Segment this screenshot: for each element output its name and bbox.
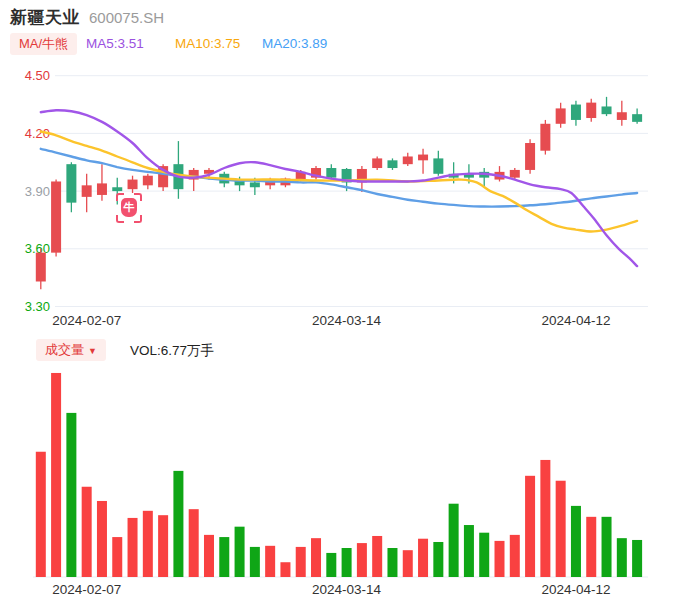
volume-bar <box>617 538 627 577</box>
candle-body <box>433 158 443 173</box>
frame-corner-icon <box>116 215 124 223</box>
header: 新疆天业 600075.SH <box>10 6 164 29</box>
candle-body <box>418 155 428 161</box>
kline-legend: MA/牛熊 MA5:3.51MA10:3.75MA20:3.89 <box>0 33 686 55</box>
x-axis-tick: 2024-04-12 <box>541 582 610 597</box>
bull-icon: 牛 <box>121 198 137 217</box>
volume-mode-label: 成交量 <box>45 342 84 358</box>
x-axis-tick: 2024-03-14 <box>312 313 381 328</box>
candle-body <box>556 108 566 123</box>
candle-body <box>403 156 413 164</box>
candle-body <box>36 253 46 282</box>
volume-bar <box>326 553 336 577</box>
volume-bar <box>449 504 459 577</box>
volume-bar <box>525 476 535 577</box>
volume-legend: 成交量 ▼ VOL:6.77万手 <box>0 339 686 363</box>
stock-chart-page: 新疆天业 600075.SH MA/牛熊 MA5:3.51MA10:3.75MA… <box>0 0 686 606</box>
volume-bar <box>632 540 642 577</box>
y-axis-tick: 4.50 <box>25 68 50 83</box>
volume-bar <box>540 460 550 577</box>
candle-body <box>586 103 596 118</box>
candle-body <box>97 183 107 195</box>
volume-bar <box>280 562 290 577</box>
ma-legend-item: MA20:3.89 <box>262 36 327 51</box>
x-axis-tick: 2024-04-12 <box>541 313 610 328</box>
volume-bar <box>51 373 61 577</box>
x-axis-tick: 2024-02-07 <box>52 582 121 597</box>
volume-bar <box>250 547 260 577</box>
candle-body <box>143 176 153 186</box>
volume-bar <box>357 543 367 577</box>
candle-body <box>571 105 581 120</box>
volume-bar <box>387 548 397 577</box>
volume-bar <box>204 535 214 577</box>
candle-body <box>82 185 92 197</box>
ma-mode-button[interactable]: MA/牛熊 <box>10 33 77 55</box>
candle-body <box>540 124 550 151</box>
volume-bar <box>556 481 566 577</box>
ma-legend-item: MA10:3.75 <box>175 36 240 51</box>
candle-body <box>602 106 612 114</box>
volume-bar <box>36 452 46 577</box>
candle-body <box>387 160 397 168</box>
volume-bar <box>128 518 138 577</box>
volume-bar <box>602 517 612 577</box>
volume-bar <box>189 509 199 577</box>
candle-body <box>51 181 61 252</box>
frame-corner-icon <box>134 215 142 223</box>
volume-bar <box>495 541 505 577</box>
stock-code: 600075.SH <box>89 9 164 26</box>
volume-x-axis: 2024-02-072024-03-142024-04-12 <box>0 582 686 600</box>
stock-name: 新疆天业 <box>10 6 80 29</box>
bull-signal-badge[interactable]: 牛 <box>118 195 140 221</box>
kline-x-axis: 2024-02-072024-03-142024-04-12 <box>0 313 686 331</box>
candle-body <box>66 164 76 202</box>
volume-bar <box>586 517 596 577</box>
candle-body <box>326 168 336 178</box>
volume-bar <box>433 542 443 577</box>
candle-body <box>632 114 642 122</box>
volume-bar <box>403 550 413 577</box>
volume-bar <box>112 537 122 577</box>
x-axis-tick: 2024-02-07 <box>52 313 121 328</box>
candle-body <box>617 112 627 120</box>
ma-mode-label: MA/牛熊 <box>19 36 68 52</box>
volume-bar <box>173 471 183 577</box>
volume-bar <box>510 535 520 577</box>
volume-bar <box>479 533 489 577</box>
volume-bar <box>418 539 428 577</box>
volume-bar <box>372 536 382 577</box>
candle-body <box>112 187 122 191</box>
volume-mode-button[interactable]: 成交量 ▼ <box>36 339 106 361</box>
y-axis-tick: 3.30 <box>25 299 50 314</box>
volume-bar <box>342 548 352 577</box>
candle-body <box>525 143 535 170</box>
volume-bar <box>97 501 107 577</box>
volume-bar <box>311 538 321 577</box>
ma-legend-item: MA5:3.51 <box>86 36 144 51</box>
candle-body <box>372 158 382 168</box>
volume-bar <box>265 546 275 577</box>
volume-value-label: VOL:6.77万手 <box>130 342 214 360</box>
chevron-down-icon: ▼ <box>88 343 97 359</box>
volume-bar <box>66 413 76 577</box>
candle-body <box>128 180 138 190</box>
volume-bar <box>235 527 245 577</box>
candle-body <box>510 170 520 178</box>
volume-bar <box>82 487 92 577</box>
y-axis-tick: 3.90 <box>25 184 50 199</box>
volume-bar <box>143 511 153 577</box>
volume-bar <box>219 537 229 577</box>
candle-body <box>250 182 260 187</box>
x-axis-tick: 2024-03-14 <box>312 582 381 597</box>
volume-bar <box>571 506 581 577</box>
volume-bar <box>158 515 168 577</box>
volume-bar <box>464 525 474 577</box>
candlestick-chart[interactable]: 4.504.203.903.603.30 <box>0 66 686 316</box>
volume-chart[interactable] <box>0 363 686 581</box>
volume-bar <box>296 547 306 577</box>
